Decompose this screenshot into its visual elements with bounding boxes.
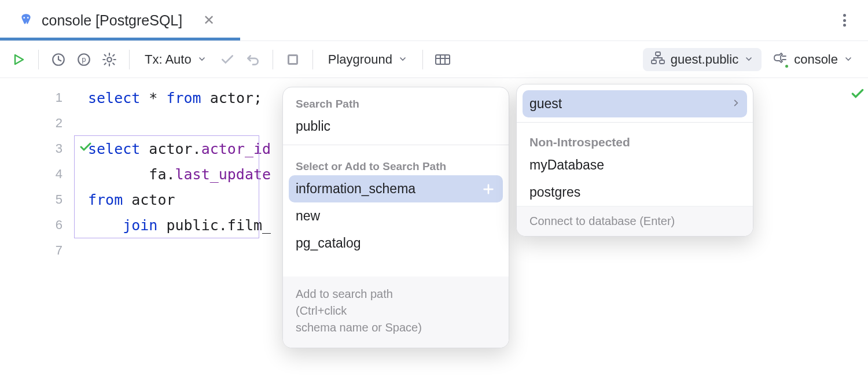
code-line[interactable]: select * from actor;: [88, 85, 271, 110]
code-line[interactable]: from actor: [88, 187, 271, 212]
divider: [129, 50, 130, 69]
line-number: 2: [56, 116, 62, 131]
divider: [283, 145, 509, 145]
query-toolbar: p Tx: Auto Playground guest.public: [0, 40, 868, 78]
database-option[interactable]: postgres: [517, 179, 753, 206]
schema-option[interactable]: new: [283, 202, 509, 230]
search-path-item[interactable]: public: [283, 113, 509, 140]
schema-label: guest.public: [671, 52, 738, 67]
code-line[interactable]: [88, 238, 271, 263]
code-line[interactable]: [88, 110, 271, 136]
schema-selector[interactable]: guest.public: [643, 48, 762, 71]
run-button[interactable]: [7, 48, 30, 71]
explain-plan-button[interactable]: p: [72, 48, 95, 71]
chevron-down-icon: [197, 52, 207, 67]
transaction-mode-label: Tx: Auto: [145, 52, 192, 67]
code-area[interactable]: select * from actor; select actor.actor_…: [74, 78, 271, 376]
session-label: console: [794, 52, 838, 67]
line-number: 6: [56, 218, 62, 233]
line-number: 5: [56, 192, 62, 207]
playground-label: Playground: [328, 52, 392, 67]
line-number: 3: [56, 141, 62, 156]
postgresql-icon: [19, 13, 34, 28]
database-list-popup: guest Non-Introspected myDatabase postgr…: [516, 84, 753, 237]
svg-rect-9: [660, 60, 664, 64]
schema-search-path-popup: Search Path public Select or Add to Sear…: [282, 87, 509, 348]
popup-section-label: Search Path: [283, 87, 509, 113]
stop-icon: [288, 54, 298, 65]
popup-section-label: Non-Introspected: [517, 127, 753, 152]
playground-dropdown[interactable]: Playground: [321, 48, 414, 71]
commit-button[interactable]: [216, 48, 239, 71]
line-number: 4: [56, 167, 62, 182]
svg-point-0: [23, 17, 25, 19]
divider: [422, 50, 423, 69]
svg-point-5: [107, 57, 112, 62]
popup-footer-hint: Connect to database (Enter): [517, 206, 753, 236]
svg-rect-6: [436, 55, 450, 64]
tab-title: console [PostgreSQL]: [42, 12, 182, 29]
database-option[interactable]: guest: [523, 90, 747, 117]
history-button[interactable]: [47, 48, 70, 71]
chevron-down-icon: [844, 52, 853, 67]
transaction-mode-dropdown[interactable]: Tx: Auto: [138, 48, 214, 71]
line-number: 1: [56, 90, 62, 105]
editor-tab-bar: console [PostgreSQL] ✕: [0, 0, 868, 40]
svg-rect-8: [652, 60, 656, 64]
gutter: 1 2 3 4 5 6 7: [0, 78, 74, 376]
editor-tab[interactable]: console [PostgreSQL] ✕: [14, 9, 220, 32]
svg-rect-7: [656, 52, 660, 56]
chevron-right-icon: [732, 98, 740, 110]
chevron-down-icon: [744, 52, 753, 67]
plug-icon: [772, 51, 788, 68]
view-mode-button[interactable]: [431, 48, 454, 71]
stop-button[interactable]: [281, 48, 304, 71]
popup-section-label: Select or Add to Search Path: [283, 150, 509, 175]
settings-button[interactable]: [98, 48, 121, 71]
code-line[interactable]: fa.last_update: [88, 161, 271, 187]
add-icon[interactable]: [481, 182, 496, 197]
divider: [517, 122, 753, 123]
svg-text:p: p: [82, 55, 86, 64]
check-icon: [850, 86, 865, 376]
schema-option[interactable]: pg_catalog: [283, 230, 509, 257]
chevron-down-icon: [398, 52, 407, 67]
svg-point-1: [27, 17, 29, 19]
code-line[interactable]: join public.film_: [88, 212, 271, 238]
divider: [312, 50, 313, 69]
popup-footer-hint: Add to search path (Ctrl+click schema na…: [283, 277, 509, 348]
schema-option[interactable]: information_schema: [289, 175, 503, 202]
schema-tree-icon: [651, 51, 665, 68]
rollback-button[interactable]: [241, 48, 264, 71]
session-selector[interactable]: console: [764, 48, 861, 71]
active-tab-indicator: [0, 38, 240, 40]
divider: [273, 50, 273, 69]
inspection-strip: [847, 78, 868, 376]
database-option[interactable]: myDatabase: [517, 152, 753, 179]
line-number: 7: [56, 243, 62, 258]
divider: [38, 50, 39, 69]
close-icon[interactable]: ✕: [202, 13, 216, 27]
more-options-button[interactable]: [837, 13, 852, 28]
code-line[interactable]: select actor.actor_id: [88, 136, 271, 161]
